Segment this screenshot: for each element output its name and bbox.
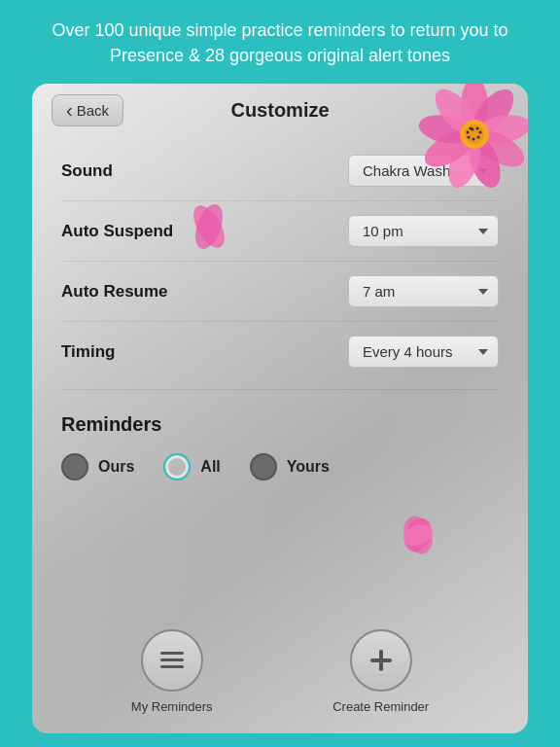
auto-resume-dropdown-arrow bbox=[478, 289, 488, 295]
back-label: Back bbox=[77, 102, 109, 119]
section-divider bbox=[61, 389, 499, 390]
auto-resume-dropdown[interactable]: 7 am bbox=[348, 275, 499, 307]
auto-suspend-dropdown[interactable]: 10 pm bbox=[348, 215, 499, 247]
create-reminder-icon-circle bbox=[350, 629, 412, 692]
bottom-buttons: My Reminders Create Reminder bbox=[32, 610, 528, 714]
sound-label: Sound bbox=[61, 161, 113, 181]
timing-label: Timing bbox=[61, 342, 115, 362]
svg-rect-26 bbox=[160, 665, 184, 668]
back-button[interactable]: Back bbox=[52, 94, 123, 126]
radio-all-label: All bbox=[200, 458, 220, 476]
svg-rect-28 bbox=[370, 658, 392, 662]
auto-resume-value: 7 am bbox=[363, 283, 395, 300]
auto-suspend-value: 10 pm bbox=[363, 223, 403, 239]
setting-row-auto-suspend: Auto Suspend 10 pm bbox=[61, 201, 499, 262]
svg-point-21 bbox=[399, 514, 438, 557]
list-icon bbox=[158, 650, 186, 671]
timing-dropdown-arrow bbox=[478, 349, 488, 355]
svg-point-22 bbox=[400, 514, 438, 556]
auto-suspend-label: Auto Suspend bbox=[61, 222, 173, 241]
my-reminders-icon-circle bbox=[141, 629, 203, 692]
main-card: Back Customize Sound Chakra Wash Auto Su… bbox=[32, 84, 528, 733]
radio-ours-label: Ours bbox=[98, 458, 134, 476]
reminders-title: Reminders bbox=[61, 413, 499, 436]
my-reminders-label: My Reminders bbox=[131, 699, 213, 714]
sound-dropdown-arrow bbox=[478, 168, 488, 174]
plus-icon bbox=[368, 648, 394, 673]
svg-rect-24 bbox=[160, 652, 184, 655]
radio-ours-circle bbox=[61, 453, 88, 480]
petal-reminder bbox=[387, 514, 450, 557]
auto-resume-label: Auto Resume bbox=[61, 282, 168, 302]
reminders-section: Reminders Ours All Yours bbox=[32, 398, 528, 480]
radio-yours-circle bbox=[250, 453, 277, 480]
nav-bar: Back Customize bbox=[32, 84, 528, 131]
radio-all-circle bbox=[163, 453, 191, 480]
header-text: Over 100 unique simple practice reminder… bbox=[0, 0, 560, 84]
create-reminder-button[interactable]: Create Reminder bbox=[332, 629, 429, 714]
settings-section: Sound Chakra Wash Auto Suspend 10 pm Aut… bbox=[32, 131, 528, 381]
setting-row-sound: Sound Chakra Wash bbox=[61, 141, 499, 201]
my-reminders-button[interactable]: My Reminders bbox=[131, 629, 213, 714]
radio-yours-label: Yours bbox=[287, 458, 330, 476]
timing-value: Every 4 hours bbox=[363, 343, 453, 360]
timing-dropdown[interactable]: Every 4 hours bbox=[348, 336, 499, 368]
page-title: Customize bbox=[230, 99, 329, 122]
sound-dropdown[interactable]: Chakra Wash bbox=[348, 155, 499, 187]
radio-ours[interactable]: Ours bbox=[61, 453, 134, 480]
radio-group: Ours All Yours bbox=[61, 453, 499, 480]
svg-point-23 bbox=[401, 520, 437, 550]
radio-yours[interactable]: Yours bbox=[250, 453, 330, 480]
sound-value: Chakra Wash bbox=[363, 162, 450, 179]
setting-row-timing: Timing Every 4 hours bbox=[61, 322, 499, 381]
svg-rect-25 bbox=[160, 658, 184, 661]
auto-suspend-dropdown-arrow bbox=[478, 229, 488, 234]
create-reminder-label: Create Reminder bbox=[332, 699, 429, 714]
radio-all[interactable]: All bbox=[163, 453, 220, 480]
setting-row-auto-resume: Auto Resume 7 am bbox=[61, 262, 499, 322]
